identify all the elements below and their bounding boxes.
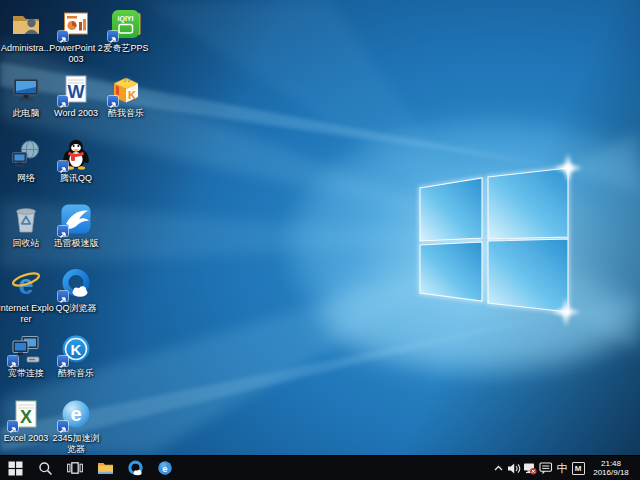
recycle-bin-icon (10, 203, 42, 235)
icon-label: Administra... (0, 43, 54, 54)
tray-ime-language-button[interactable]: 中 (554, 456, 570, 480)
taskbar-clock[interactable]: 21:48 2016/9/18 (586, 459, 640, 478)
file-explorer-button[interactable] (90, 456, 120, 480)
chat-bubble-icon (539, 461, 553, 475)
shortcut-arrow-icon (58, 356, 68, 366)
network-disconnected-icon (523, 462, 537, 475)
icon-label: Internet Explorer (0, 303, 54, 325)
desktop-icon-kugou[interactable]: K 酷狗音乐 (50, 333, 102, 379)
desktop-icon-recycle-bin[interactable]: 回收站 (0, 203, 52, 249)
xunlei-bird-icon (60, 203, 92, 235)
folder-icon (97, 461, 114, 475)
kuwo-icon: K ♪♪ (110, 73, 142, 105)
desktop-icon-broadband[interactable]: 宽带连接 (0, 333, 52, 379)
broadband-icon (10, 333, 42, 365)
2345-browser-icon: e (60, 398, 92, 430)
tray-volume-button[interactable] (506, 456, 522, 480)
chevron-up-icon (493, 463, 504, 474)
shortcut-arrow-icon (58, 226, 68, 236)
search-icon (38, 461, 53, 476)
word-icon: W (60, 73, 92, 105)
shortcut-arrow-icon (8, 421, 18, 431)
tray-network-button[interactable] (522, 456, 538, 480)
ie-icon: e (10, 268, 42, 300)
excel-letter: X (20, 407, 32, 427)
desktop-icon-administrator[interactable]: Administra... (0, 8, 52, 54)
icon-label: QQ浏览器 (48, 303, 104, 314)
ime-chinese-indicator: 中 (557, 463, 568, 474)
word-letter: W (68, 82, 85, 102)
kugou-letter: K (71, 341, 82, 358)
powerpoint-icon (60, 8, 92, 40)
tray-ime-mode-button[interactable]: M (570, 456, 586, 480)
desktop-icon-qq-browser[interactable]: QQ浏览器 (50, 268, 102, 314)
qq-browser-icon (60, 268, 92, 300)
shortcut-arrow-icon (108, 31, 118, 41)
icon-label: 2345加速浏览器 (48, 433, 104, 455)
windows-logo-icon (8, 461, 23, 476)
desktop-icon-tencent-qq[interactable]: 腾讯QQ (50, 138, 102, 184)
qq-penguin-icon (60, 138, 92, 170)
desktop-icon-word-2003[interactable]: W Word 2003 (50, 73, 102, 119)
desktop-icon-internet-explorer[interactable]: e Internet Explorer (0, 268, 52, 325)
icon-label: PowerPoint 2003 (48, 43, 104, 65)
tray-message-button[interactable] (538, 456, 554, 480)
start-button[interactable] (0, 456, 30, 480)
qq-browser-icon (127, 460, 144, 477)
music-note-glyph: ♪♪ (123, 75, 131, 84)
taskbar-qq-browser-button[interactable] (120, 456, 150, 480)
desktop-icon-kuwo[interactable]: K ♪♪ 酷我音乐 (100, 73, 152, 119)
icon-label: 网络 (0, 173, 54, 184)
shortcut-arrow-icon (58, 291, 68, 301)
shortcut-arrow-icon (58, 96, 68, 106)
icon-label: 迅雷极速版 (48, 238, 104, 249)
desktop-icon-excel-2003[interactable]: X Excel 2003 (0, 398, 52, 444)
iqiyi-wordmark: iQIYI (118, 15, 134, 23)
icon-label: 酷狗音乐 (48, 368, 104, 379)
speaker-icon (507, 462, 521, 475)
svg-text:e: e (162, 463, 167, 474)
tray-chevron-button[interactable] (490, 456, 506, 480)
icon-label: 爱奇艺PPS (98, 43, 154, 54)
network-globe-icon (10, 138, 42, 170)
search-button[interactable] (30, 456, 60, 480)
excel-icon: X (10, 398, 42, 430)
desktop-icon-iqiyi-pps[interactable]: iQIYI 爱奇艺PPS (100, 8, 152, 54)
user-folder-icon (10, 8, 42, 40)
clock-date: 2016/9/18 (586, 468, 636, 478)
shortcut-arrow-icon (58, 161, 68, 171)
desktop-icon-xunlei[interactable]: 迅雷极速版 (50, 203, 102, 249)
shortcut-arrow-icon (108, 96, 118, 106)
taskbar: e (0, 455, 640, 480)
task-view-button[interactable] (60, 456, 90, 480)
icon-label: 回收站 (0, 238, 54, 249)
shortcut-arrow-icon (58, 31, 68, 41)
ime-mode-indicator: M (572, 462, 585, 475)
computer-icon (10, 73, 42, 105)
desktop-icon-powerpoint-2003[interactable]: PowerPoint 2003 (50, 8, 102, 65)
desktop-wallpaper: Administra... 此电脑 (0, 0, 640, 455)
icon-label: Word 2003 (48, 108, 104, 119)
icon-label: 酷我音乐 (98, 108, 154, 119)
kugou-icon: K (60, 333, 92, 365)
task-view-icon (67, 461, 83, 475)
shortcut-arrow-icon (58, 421, 68, 431)
2345-letter: e (70, 403, 81, 425)
desktop-icon-2345-browser[interactable]: e 2345加速浏览器 (50, 398, 102, 455)
icon-label: 此电脑 (0, 108, 54, 119)
iqiyi-icon: iQIYI (110, 8, 142, 40)
clock-time: 21:48 (586, 459, 636, 469)
kuwo-letter: K (128, 89, 136, 101)
2345-browser-icon: e (157, 460, 173, 476)
desktop-icon-network[interactable]: 网络 (0, 138, 52, 184)
system-tray: 中 M 21:48 2016/9/18 (490, 456, 640, 480)
icon-label: 腾讯QQ (48, 173, 104, 184)
shortcut-arrow-icon (8, 356, 18, 366)
taskbar-2345-browser-button[interactable]: e (150, 456, 180, 480)
desktop-icon-this-pc[interactable]: 此电脑 (0, 73, 52, 119)
